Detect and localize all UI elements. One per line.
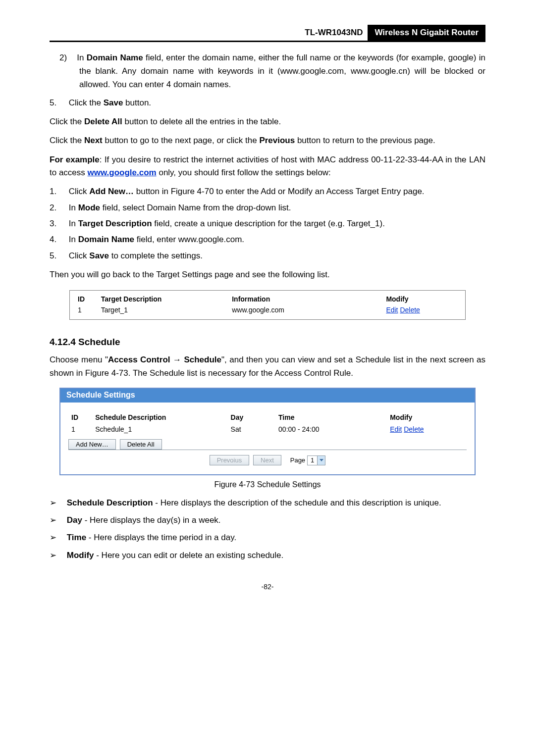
step-5: 5. Click the Save button.: [59, 97, 485, 109]
cell-time: 00:00 - 24:00: [275, 423, 387, 435]
text: In: [77, 53, 86, 62]
delete-all-button[interactable]: Delete All: [120, 439, 162, 450]
col-desc: Schedule Description: [92, 411, 227, 423]
substep-number: 2): [59, 51, 74, 64]
cell-info: www.google.com: [229, 304, 383, 315]
figure-caption: Figure 4-73 Schedule Settings: [50, 480, 485, 489]
term: Schedule Description: [67, 498, 153, 507]
section-heading: 4.12.4 Schedule: [50, 337, 485, 348]
page-selector: Page 1: [290, 455, 326, 465]
text: field, create a unique description for t…: [152, 219, 385, 228]
list-item: ➢ Schedule Description - Here displays t…: [69, 496, 485, 509]
text: button.: [123, 98, 151, 107]
edit-link[interactable]: Edit: [390, 425, 402, 433]
add-new-button[interactable]: Add New…: [68, 439, 116, 450]
page-dropdown[interactable]: 1: [307, 455, 325, 465]
text: In: [69, 219, 78, 228]
product-name: Wireless N Gigabit Router: [368, 25, 485, 41]
list-item: ➢ Day - Here displays the day(s) in a we…: [69, 513, 485, 527]
delete-link[interactable]: Delete: [404, 425, 424, 433]
panel-title: Schedule Settings: [60, 389, 475, 403]
example-step-1: 1. Click Add New… button in Figure 4-70 …: [59, 185, 485, 198]
term: Save: [89, 251, 109, 260]
menu-1: Access Control: [108, 355, 170, 364]
term: Modify: [67, 551, 94, 560]
target-list-table: ID Target Description Information Modify…: [69, 290, 466, 320]
text: In: [69, 203, 78, 212]
sub-step-list: 2) In Domain Name field, enter the domai…: [50, 51, 485, 92]
delete-all-note: Click the Delete All button to delete al…: [50, 115, 485, 128]
text: button to return to the previous page.: [295, 136, 435, 145]
text: - Here you can edit or delete an existin…: [94, 551, 284, 560]
step-number: 4.: [50, 233, 66, 246]
col-mod: Modify: [387, 411, 467, 423]
edit-link[interactable]: Edit: [386, 306, 398, 314]
delete-link[interactable]: Delete: [400, 306, 420, 314]
button-name: Delete All: [84, 117, 122, 126]
col-info: Information: [229, 294, 383, 304]
button-name: Next: [84, 136, 103, 145]
schedule-settings-panel: Schedule Settings ID Schedule Descriptio…: [59, 388, 476, 475]
triangle-bullet-icon: ➢: [50, 513, 64, 527]
previous-button[interactable]: Prevoius: [210, 455, 250, 465]
then-line: Then you will go back to the Target Sett…: [50, 268, 485, 281]
example-step-5: 5. Click Save to complete the settings.: [59, 250, 485, 262]
term: Domain Name: [78, 235, 134, 244]
table-header-row: ID Target Description Information Modify: [75, 294, 460, 304]
cell-id: 1: [68, 423, 92, 435]
cell-modify: Edit Delete: [387, 423, 467, 435]
term: Add New…: [89, 187, 134, 196]
term: Mode: [78, 203, 100, 212]
text: button to delete all the entries in the …: [122, 117, 281, 126]
col-mod: Modify: [383, 294, 460, 304]
table-header-row: ID Schedule Description Day Time Modify: [68, 411, 467, 423]
triangle-bullet-icon: ➢: [50, 531, 64, 544]
step-number: 5.: [50, 250, 66, 262]
cell-day: Sat: [228, 423, 275, 435]
schedule-intro: Choose menu "Access Control → Schedule",…: [50, 353, 485, 380]
next-prev-note: Click the Next button to go to the next …: [50, 134, 485, 147]
sub-step-2: 2) In Domain Name field, enter the domai…: [79, 51, 485, 92]
term: Time: [67, 533, 86, 542]
text: Choose menu ": [50, 355, 108, 364]
example-step-3: 3. In Target Description field, create a…: [59, 217, 485, 230]
text: Click the: [50, 136, 84, 145]
example-step-4: 4. In Domain Name field, enter www.googl…: [59, 233, 485, 246]
term: Target Description: [78, 219, 152, 228]
col-day: Day: [228, 411, 275, 423]
page-label: Page: [290, 456, 305, 464]
next-button[interactable]: Next: [253, 455, 281, 465]
text: field, select Domain Name from the drop-…: [100, 203, 291, 212]
cell-desc: Schedule_1: [92, 423, 227, 435]
text: button in Figure 4-70 to enter the Add o…: [134, 187, 425, 196]
cell-desc: Target_1: [98, 304, 229, 315]
example-link[interactable]: www.google.com: [88, 168, 157, 177]
text: Click: [69, 251, 90, 260]
text: Click the: [69, 98, 104, 107]
list-item: ➢ Modify - Here you can edit or delete a…: [69, 549, 485, 562]
cell-id: 1: [75, 304, 98, 315]
step-number: 2.: [50, 202, 66, 214]
text: In: [69, 235, 78, 244]
col-time: Time: [275, 411, 387, 423]
button-name: Previous: [259, 136, 295, 145]
step-number: 3.: [50, 217, 66, 230]
text: - Here displays the day(s) in a week.: [82, 515, 221, 525]
definition-list: ➢ Schedule Description - Here displays t…: [50, 496, 485, 562]
field-name: Domain Name: [87, 53, 143, 62]
text: Click the: [50, 117, 84, 126]
term: Day: [67, 515, 82, 525]
chevron-down-icon: [317, 456, 325, 465]
text: button to go to the next page, or click …: [103, 136, 260, 145]
page-value: 1: [308, 456, 317, 464]
example-lead: For example: [50, 155, 100, 164]
step-number: 5.: [50, 97, 66, 109]
arrow-icon: →: [170, 355, 184, 364]
step-number: 1.: [50, 185, 66, 198]
text: - Here displays the time period in a day…: [86, 533, 236, 542]
panel-footer: Prevoius Next Page 1: [68, 450, 467, 469]
list-item: ➢ Time - Here displays the time period i…: [69, 531, 485, 544]
cell-modify: Edit Delete: [383, 304, 460, 315]
col-id: ID: [75, 294, 98, 304]
menu-2: Schedule: [184, 355, 221, 364]
